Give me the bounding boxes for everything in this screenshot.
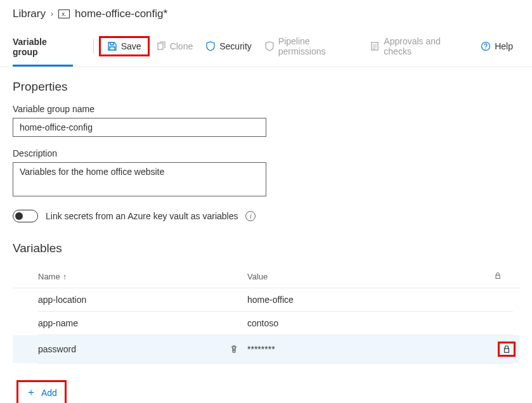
variable-value-cell[interactable]: contoso — [247, 318, 494, 328]
link-secrets-label: Link secrets from an Azure key vault as … — [46, 211, 238, 221]
breadcrumb: Library › x. home-office-config* — [0, 0, 532, 25]
variable-name-cell[interactable]: app-name — [13, 318, 247, 328]
table-row[interactable]: app-namecontoso — [13, 312, 519, 335]
shield-outline-icon — [264, 41, 275, 51]
col-header-name-text: Name — [38, 272, 60, 281]
variable-name: password — [38, 344, 76, 354]
col-header-name[interactable]: Name ↑ — [13, 272, 247, 281]
toggle-knob — [15, 212, 23, 220]
breadcrumb-current: home-office-config* — [75, 8, 167, 20]
lock-cell[interactable] — [494, 342, 519, 357]
clone-icon — [156, 41, 166, 51]
chevron-right-icon: › — [51, 10, 53, 18]
lock-highlight — [498, 342, 516, 357]
checklist-icon — [370, 41, 380, 51]
sort-up-icon: ↑ — [63, 272, 67, 281]
variable-name-cell[interactable]: password — [13, 344, 247, 354]
variable-group-name-label: Variable group name — [13, 104, 519, 114]
variables-heading: Variables — [13, 241, 519, 255]
svg-rect-0 — [158, 43, 163, 49]
properties-heading: Properties — [13, 80, 519, 94]
toolbar-separator — [93, 39, 94, 53]
col-header-lock — [494, 272, 519, 281]
variable-group-name-input[interactable] — [13, 118, 266, 137]
clone-button[interactable]: Clone — [150, 37, 200, 55]
variable-value-cell[interactable]: home-office — [247, 295, 494, 305]
variable-name: app-location — [38, 295, 86, 305]
tab-variable-group[interactable]: Variable group — [13, 30, 73, 67]
table-row[interactable]: password******** — [13, 335, 519, 363]
shield-icon — [205, 41, 216, 51]
delete-icon[interactable] — [230, 345, 238, 354]
variable-name-cell[interactable]: app-location — [13, 295, 247, 305]
variable-group-icon: x. — [58, 10, 70, 18]
svg-rect-3 — [496, 275, 500, 278]
breadcrumb-library[interactable]: Library — [13, 8, 46, 20]
approvals-button[interactable]: Approvals and checks — [363, 32, 474, 60]
variable-value-cell[interactable]: ******** — [247, 344, 494, 354]
help-icon — [481, 41, 491, 51]
link-secrets-toggle[interactable] — [13, 210, 38, 222]
variable-name: app-name — [38, 318, 78, 328]
description-label: Description — [13, 148, 519, 158]
save-icon — [107, 41, 117, 51]
toolbar: Variable group Save Clone Security Pipel… — [0, 25, 532, 67]
clone-label: Clone — [170, 41, 193, 51]
save-label: Save — [121, 41, 141, 51]
security-label: Security — [219, 41, 252, 51]
help-label: Help — [495, 41, 513, 51]
pipeline-permissions-button[interactable]: Pipeline permissions — [258, 32, 364, 60]
svg-rect-4 — [505, 349, 509, 352]
add-button[interactable]: ＋ Add — [16, 380, 67, 403]
lock-icon[interactable] — [502, 345, 511, 354]
add-label: Add — [41, 388, 57, 398]
help-button[interactable]: Help — [474, 37, 519, 55]
save-button[interactable]: Save — [105, 40, 144, 53]
table-row[interactable]: app-locationhome-office — [13, 288, 519, 311]
info-icon[interactable]: i — [245, 211, 256, 221]
table-header: Name ↑ Value — [13, 265, 519, 288]
description-input[interactable] — [13, 162, 266, 196]
security-button[interactable]: Security — [199, 37, 258, 55]
variables-table: Name ↑ Value app-locationhome-officeapp-… — [13, 265, 519, 364]
pipeline-permissions-label: Pipeline permissions — [278, 36, 358, 56]
save-highlight: Save — [99, 36, 150, 56]
plus-icon: ＋ — [26, 386, 36, 399]
approvals-label: Approvals and checks — [384, 36, 468, 56]
col-header-value[interactable]: Value — [247, 272, 494, 281]
